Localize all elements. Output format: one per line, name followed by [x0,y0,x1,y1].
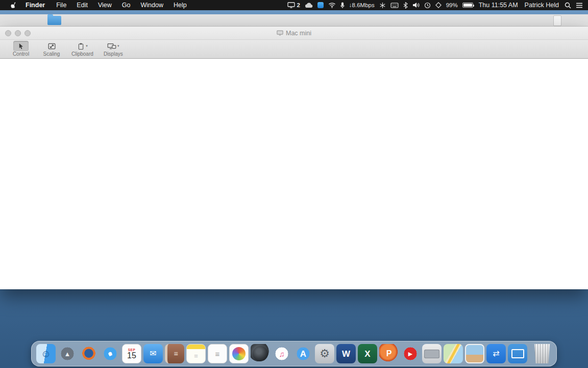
dock-item[interactable] [101,344,120,363]
snowflake-icon[interactable] [379,2,386,9]
volume-icon[interactable] [412,2,420,8]
dock-item[interactable] [401,344,420,363]
dock-item[interactable] [36,344,56,363]
menu-bar-item[interactable]: Edit [71,0,93,10]
screen-sharing-titlebar: Mac mini [0,27,588,40]
displays-menu-icon[interactable]: 2 [287,2,300,8]
dock-item[interactable] [143,344,163,363]
dock-item[interactable] [379,344,399,363]
dock-item[interactable] [336,344,356,363]
background-window-fragment [553,15,561,26]
dock-item[interactable] [272,344,291,363]
control-button[interactable]: Control [10,41,32,57]
wifi-icon[interactable] [328,2,336,8]
zoom-button[interactable] [24,30,31,36]
bluetooth-icon[interactable] [403,2,408,9]
dock-item[interactable] [508,344,527,363]
menu-bar-item[interactable]: Help [168,0,192,10]
screen-sharing-window: Mac mini Control Scaling ▾ Clipboard [0,27,588,289]
notification-center-icon[interactable] [576,3,583,8]
dock-item[interactable] [229,344,249,363]
dock-item-text: 15 [127,352,136,360]
folder-icon [47,16,61,25]
dock-item[interactable] [79,344,99,363]
dock-item[interactable] [208,344,227,363]
spotlight-icon[interactable] [565,2,571,9]
battery-percent: 99% [446,2,458,8]
dock-item[interactable] [465,344,484,363]
menu-bar-status: 2 ↓8.6Mbps 99% Thu 1 [287,2,588,9]
dock: SEP 15 [0,341,588,366]
dock-item[interactable] [293,344,313,363]
dock-item[interactable] [186,344,206,363]
user-menu[interactable]: Patrick Held [524,2,560,9]
minimize-button[interactable] [15,30,21,36]
menu-bar-item[interactable]: Window [135,0,168,10]
mac-mini-icon [277,30,283,36]
clipboard-icon: ▾ [74,41,91,51]
close-button[interactable] [5,30,11,36]
keyboard-menu-icon[interactable] [390,3,399,8]
dock-item[interactable] [486,344,506,363]
background-window-strip [0,14,588,27]
battery-icon[interactable] [462,3,473,8]
cloud-menu-icon[interactable] [305,3,313,8]
dock-item[interactable]: SEP 15 [122,344,141,363]
menu-bar-item[interactable]: Go [117,0,136,10]
dock-item[interactable] [165,344,184,363]
scaling-icon [44,41,60,51]
screen-sharing-toolbar: Control Scaling ▾ Clipboard ▾ Displays [0,40,588,59]
displays-button[interactable]: ▾ Displays [103,41,124,57]
menu-bar-clock[interactable]: Thu 11:55 AM [478,2,519,9]
dock-item[interactable] [444,344,463,363]
dock-item[interactable] [358,344,377,363]
dock-item[interactable] [532,344,552,363]
blue-app-menu-icon[interactable] [317,2,324,8]
microphone-icon[interactable] [340,2,345,9]
airplay-icon[interactable] [435,2,442,8]
chevron-down-icon: ▾ [86,44,88,48]
menu-bar-item[interactable]: View [93,0,117,10]
clipboard-button[interactable]: ▾ Clipboard [71,41,93,57]
dock-item[interactable] [58,344,77,363]
dock-item[interactable] [315,344,334,363]
apple-menu-icon[interactable] [7,2,20,9]
menu-bar: Finder File Edit View Go Window Help 2 ↓ [0,0,588,10]
display-count: 2 [297,2,300,8]
menu-bar-item[interactable]: File [51,0,71,10]
time-machine-icon[interactable] [424,2,431,9]
scaling-button[interactable]: Scaling [41,41,62,57]
displays-icon: ▾ [104,41,123,51]
window-title: Mac mini [0,30,588,37]
network-speed[interactable]: ↓8.6Mbps [349,2,375,8]
window-controls [0,30,31,36]
chevron-down-icon: ▾ [117,44,119,48]
dock-item[interactable] [422,344,442,363]
cursor-icon [13,41,29,51]
dock-item[interactable] [251,344,270,363]
menu-bar-item[interactable]: Finder [20,0,51,10]
menu-bar-menus: Finder File Edit View Go Window Help [0,0,192,10]
